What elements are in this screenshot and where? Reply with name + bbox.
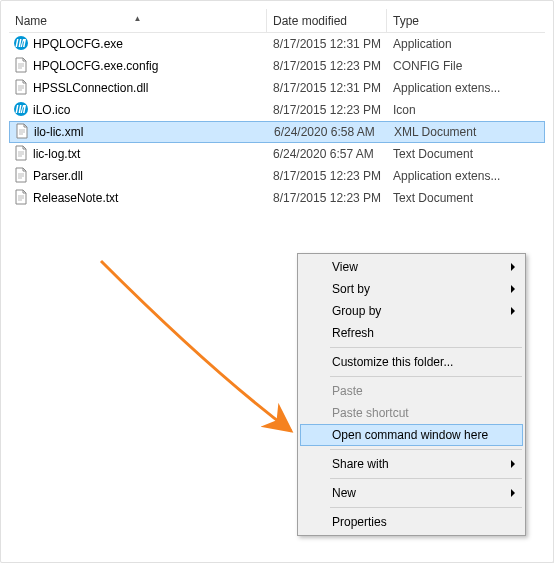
file-date-cell: 6/24/2020 6:57 AM [267, 147, 387, 161]
file-icon [13, 57, 29, 76]
file-type-cell: XML Document [388, 125, 544, 139]
file-date: 6/24/2020 6:57 AM [273, 147, 374, 161]
menu-separator [330, 376, 522, 377]
file-date-cell: 8/17/2015 12:23 PM [267, 169, 387, 183]
file-icon [13, 189, 29, 208]
file-date-cell: 8/17/2015 12:31 PM [267, 81, 387, 95]
file-icon [13, 101, 29, 120]
file-icon [13, 167, 29, 186]
file-row[interactable]: HPQLOCFG.exe.config8/17/2015 12:23 PMCON… [9, 55, 545, 77]
file-type: Application [393, 37, 452, 51]
file-type: XML Document [394, 125, 476, 139]
column-name[interactable]: Name ▲ [9, 9, 267, 32]
file-icon [13, 35, 29, 54]
file-date-cell: 8/17/2015 12:31 PM [267, 37, 387, 51]
file-name: ilo-lic.xml [34, 125, 83, 139]
file-name-cell: HPQLOCFG.exe [9, 35, 267, 54]
menu-refresh-label: Refresh [332, 326, 374, 340]
file-type-cell: CONFIG File [387, 59, 545, 73]
menu-separator [330, 449, 522, 450]
file-icon [13, 145, 29, 164]
file-row[interactable]: HPQLOCFG.exe8/17/2015 12:31 PMApplicatio… [9, 33, 545, 55]
menu-cmd-label: Open command window here [332, 428, 488, 442]
file-date: 8/17/2015 12:23 PM [273, 191, 381, 205]
column-type-label: Type [393, 14, 419, 28]
menu-paste-label: Paste [332, 384, 363, 398]
menu-sort-by[interactable]: Sort by [300, 278, 523, 300]
file-type-cell: Application extens... [387, 169, 545, 183]
file-row[interactable]: ReleaseNote.txt8/17/2015 12:23 PMText Do… [9, 187, 545, 209]
file-type: Application extens... [393, 169, 500, 183]
file-name: lic-log.txt [33, 147, 80, 161]
file-name-cell: iLO.ico [9, 101, 267, 120]
file-name-cell: Parser.dll [9, 167, 267, 186]
column-date-label: Date modified [273, 14, 347, 28]
menu-share-label: Share with [332, 457, 389, 471]
svg-point-0 [14, 36, 28, 50]
file-type: CONFIG File [393, 59, 462, 73]
menu-group-by[interactable]: Group by [300, 300, 523, 322]
menu-properties[interactable]: Properties [300, 511, 523, 533]
menu-separator [330, 478, 522, 479]
file-icon [14, 123, 30, 142]
file-name-cell: ReleaseNote.txt [9, 189, 267, 208]
file-name-cell: lic-log.txt [9, 145, 267, 164]
file-date: 6/24/2020 6:58 AM [274, 125, 375, 139]
file-row[interactable]: ilo-lic.xml6/24/2020 6:58 AMXML Document [9, 121, 545, 143]
file-row[interactable]: lic-log.txt6/24/2020 6:57 AMText Documen… [9, 143, 545, 165]
column-type[interactable]: Type [387, 9, 545, 32]
file-name: HPQLOCFG.exe [33, 37, 123, 51]
file-name: Parser.dll [33, 169, 83, 183]
file-row[interactable]: iLO.ico8/17/2015 12:23 PMIcon [9, 99, 545, 121]
menu-open-command-window[interactable]: Open command window here [300, 424, 523, 446]
menu-paste-shortcut: Paste shortcut [300, 402, 523, 424]
menu-view[interactable]: View [300, 256, 523, 278]
menu-paste: Paste [300, 380, 523, 402]
file-date-cell: 8/17/2015 12:23 PM [267, 59, 387, 73]
file-date: 8/17/2015 12:23 PM [273, 103, 381, 117]
file-row[interactable]: Parser.dll8/17/2015 12:23 PMApplication … [9, 165, 545, 187]
menu-refresh[interactable]: Refresh [300, 322, 523, 344]
file-name: HPQLOCFG.exe.config [33, 59, 158, 73]
menu-view-label: View [332, 260, 358, 274]
file-name-cell: HPQLOCFG.exe.config [9, 57, 267, 76]
column-date[interactable]: Date modified [267, 9, 387, 32]
file-type: Text Document [393, 147, 473, 161]
file-type-cell: Icon [387, 103, 545, 117]
file-icon [13, 79, 29, 98]
menu-share-with[interactable]: Share with [300, 453, 523, 475]
file-date: 8/17/2015 12:23 PM [273, 59, 381, 73]
file-type: Application extens... [393, 81, 500, 95]
file-type-cell: Application extens... [387, 81, 545, 95]
menu-new[interactable]: New [300, 482, 523, 504]
file-date: 8/17/2015 12:31 PM [273, 37, 381, 51]
file-type-cell: Text Document [387, 147, 545, 161]
svg-point-1 [14, 102, 28, 116]
file-type: Icon [393, 103, 416, 117]
file-type: Text Document [393, 191, 473, 205]
file-date: 8/17/2015 12:31 PM [273, 81, 381, 95]
file-date-cell: 8/17/2015 12:23 PM [267, 103, 387, 117]
file-date-cell: 6/24/2020 6:58 AM [268, 125, 388, 139]
menu-separator [330, 347, 522, 348]
file-date: 8/17/2015 12:23 PM [273, 169, 381, 183]
menu-new-label: New [332, 486, 356, 500]
file-name: ReleaseNote.txt [33, 191, 118, 205]
menu-paste-sc-label: Paste shortcut [332, 406, 409, 420]
file-type-cell: Text Document [387, 191, 545, 205]
file-name: iLO.ico [33, 103, 70, 117]
file-date-cell: 8/17/2015 12:23 PM [267, 191, 387, 205]
file-type-cell: Application [387, 37, 545, 51]
file-name: HPSSLConnection.dll [33, 81, 148, 95]
file-name-cell: HPSSLConnection.dll [9, 79, 267, 98]
menu-customize-folder[interactable]: Customize this folder... [300, 351, 523, 373]
menu-separator [330, 507, 522, 508]
sort-ascending-icon: ▲ [134, 7, 142, 31]
menu-props-label: Properties [332, 515, 387, 529]
menu-sort-label: Sort by [332, 282, 370, 296]
file-row[interactable]: HPSSLConnection.dll8/17/2015 12:31 PMApp… [9, 77, 545, 99]
menu-customize-label: Customize this folder... [332, 355, 453, 369]
file-name-cell: ilo-lic.xml [10, 123, 268, 142]
column-header: Name ▲ Date modified Type [9, 9, 545, 33]
context-menu: View Sort by Group by Refresh Customize … [297, 253, 526, 536]
